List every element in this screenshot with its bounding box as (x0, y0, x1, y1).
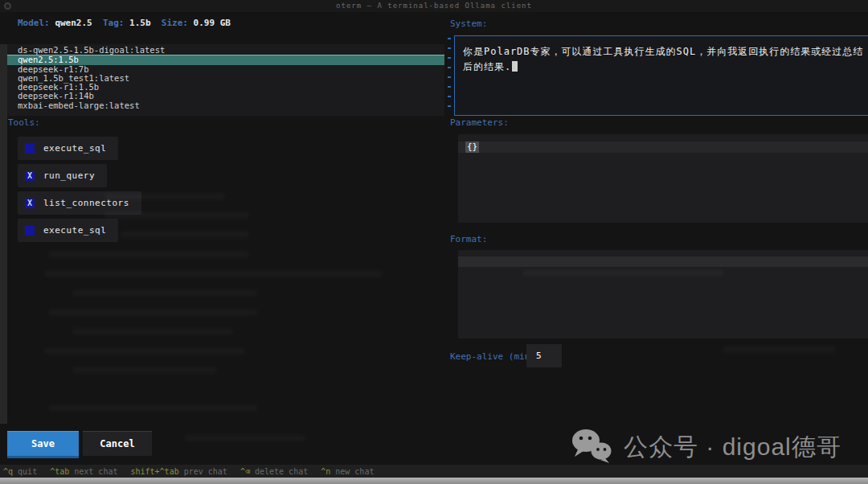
system-box-ticks (448, 38, 451, 113)
shortcut-key: ^tab (50, 467, 69, 476)
parameters-cursor-line: {} (458, 142, 868, 153)
bottom-edge-strip (0, 478, 868, 484)
shortcut-label: new chat (330, 467, 374, 476)
checkbox-checked-icon[interactable]: X (25, 171, 35, 181)
shortcut-key: ^n (321, 467, 330, 476)
format-label: Format: (450, 234, 487, 244)
checkbox-unchecked-icon[interactable] (25, 226, 35, 236)
model-row[interactable]: mxbai-embed-large:latest (7, 101, 444, 110)
parameters-value: {} (465, 142, 479, 153)
tool-label: execute_sql (43, 225, 106, 236)
ghost-artifact (48, 251, 249, 258)
size-label: Size: (162, 18, 188, 28)
window-control-icon[interactable] (4, 2, 11, 10)
model-label: Model: (18, 18, 50, 28)
shortcut-key: ^⌫ (240, 467, 250, 476)
ghost-artifact (44, 270, 382, 277)
shortcut-label: quit (13, 467, 37, 476)
ghost-artifact (48, 309, 257, 316)
watermark-text: 公众号 · digoal德哥 (624, 431, 841, 464)
ghost-artifact (44, 347, 245, 355)
scrollbar-track[interactable] (0, 44, 7, 424)
tools-label: Tools: (8, 117, 40, 128)
tools-list: execute_sqlXrun_queryXlist_connectorsexe… (18, 137, 141, 246)
tag-label: Tag: (103, 18, 125, 28)
format-textarea[interactable] (458, 250, 868, 338)
ghost-artifact (72, 367, 217, 374)
ghost-artifact (72, 289, 257, 297)
footer-shortcut[interactable]: ^⌫ delete chat (240, 467, 308, 476)
shortcut-key: shift+^tab (130, 467, 178, 476)
ghost-artifact (72, 328, 233, 335)
parameters-textarea[interactable]: {} (458, 134, 868, 223)
ghost-artifact (104, 211, 249, 219)
ghost-artifact (104, 193, 225, 200)
tag-value: 1.5b (129, 18, 151, 28)
watermark: 公众号 · digoal德哥 (571, 427, 841, 467)
checkbox-unchecked-icon[interactable] (25, 144, 35, 154)
footer-shortcut[interactable]: ^q quit (3, 467, 37, 476)
system-label: System: (450, 18, 487, 29)
size-value: 0.99 GB (194, 18, 231, 28)
tool-label: run_query (43, 170, 95, 181)
save-button[interactable]: Save (7, 431, 79, 458)
format-cursor-line (458, 256, 868, 267)
cancel-button[interactable]: Cancel (83, 431, 152, 458)
model-info-bar: Model: qwen2.5 Tag: 1.5b Size: 0.99 GB (18, 18, 231, 28)
shortcut-label: delete chat (250, 467, 308, 476)
ghost-artifact (185, 434, 305, 441)
keep-alive-input[interactable]: 5 (526, 344, 562, 367)
ghost-artifact (121, 231, 249, 238)
footer-shortcut[interactable]: shift+^tab prev chat (130, 467, 227, 476)
tool-item[interactable]: execute_sql (18, 137, 118, 160)
tool-label: execute_sql (43, 143, 106, 154)
ghost-artifact (522, 269, 723, 277)
footer-shortcut[interactable]: ^n new chat (321, 467, 374, 476)
system-prompt-text: 你是PolarDB专家，可以通过工具执行生成的SQL，并向我返回执行的结果或经过… (463, 46, 863, 72)
ghost-artifact (723, 346, 836, 353)
tool-item[interactable]: execute_sql (18, 219, 118, 242)
ghost-artifact (48, 404, 257, 412)
model-row[interactable]: ds-qwen2.5-1.5b-digoal:latest (7, 46, 444, 55)
shortcut-label: next chat (69, 467, 117, 476)
keep-alive-label: Keep-alive (min) (450, 351, 535, 362)
model-row-selected[interactable]: qwen2.5:1.5b (7, 55, 444, 64)
oterm-window: oterm — A terminal-based Ollama client M… (0, 0, 868, 484)
checkbox-checked-icon[interactable]: X (25, 199, 35, 208)
shortcut-label: prev chat (179, 467, 227, 476)
text-cursor (512, 61, 518, 72)
parameters-label: Parameters: (450, 117, 509, 128)
system-prompt-textarea[interactable]: 你是PolarDB专家，可以通过工具执行生成的SQL，并向我返回执行的结果或经过… (454, 35, 868, 116)
title-bar: oterm — A terminal-based Ollama client (0, 0, 868, 12)
footer-shortcut[interactable]: ^tab next chat (50, 467, 117, 476)
window-title: oterm — A terminal-based Ollama client (0, 2, 868, 10)
tool-item[interactable]: Xrun_query (18, 164, 107, 187)
wechat-icon (571, 427, 612, 467)
shortcut-key: ^q (3, 467, 13, 476)
model-value: qwen2.5 (55, 18, 92, 28)
model-list: ds-qwen2.5-1.5b-digoal:latestqwen2.5:1.5… (7, 44, 444, 116)
